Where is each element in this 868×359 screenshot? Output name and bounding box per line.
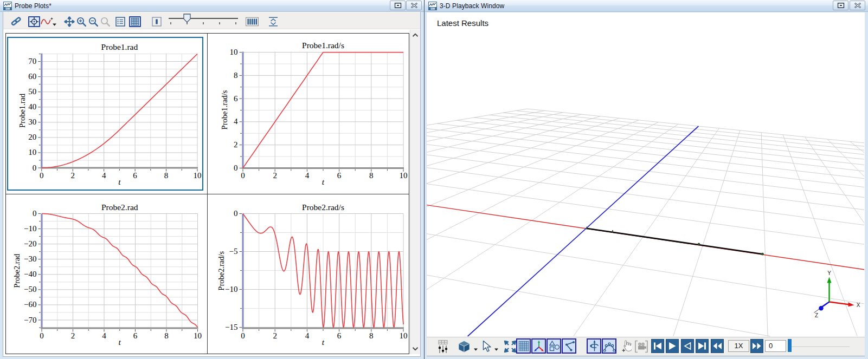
svg-text:Probe1.rad/s: Probe1.rad/s xyxy=(302,41,344,50)
toolbar-button-select-cursor[interactable] xyxy=(481,339,492,354)
toolbar-button-show-axes[interactable] xyxy=(531,338,546,354)
toolbar-button-fit-view[interactable] xyxy=(503,339,517,354)
toolbar-button-barcode[interactable] xyxy=(245,16,259,27)
svg-text:Probe1.rad/s: Probe1.rad/s xyxy=(220,90,229,129)
svg-text:−70: −70 xyxy=(24,316,36,324)
playback-speed-label[interactable]: 1X xyxy=(728,340,749,352)
toolbar-button-grab[interactable] xyxy=(620,339,633,354)
playback-time-field[interactable]: 0 xyxy=(765,340,786,352)
toolbar-button-show-geometry[interactable] xyxy=(546,338,561,354)
toolbar-button-orbit[interactable] xyxy=(587,338,601,354)
toolbar-button-track-cursor[interactable] xyxy=(28,16,40,27)
probe-plots-titlebar[interactable]: SIM Probe Plots* xyxy=(0,0,424,12)
playback-3d-viewport[interactable]: Latest Results YXZ xyxy=(427,12,865,337)
svg-text:50: 50 xyxy=(28,87,36,96)
svg-text:t: t xyxy=(322,337,325,347)
toolbar-button-view-cube[interactable] xyxy=(456,339,472,354)
svg-text:0: 0 xyxy=(241,331,245,340)
svg-text:2: 2 xyxy=(71,331,75,340)
close-button[interactable] xyxy=(406,1,422,10)
toolbar-button-show-grid[interactable] xyxy=(516,338,531,354)
svg-text:Y: Y xyxy=(827,270,831,276)
toolbar-slider[interactable] xyxy=(168,12,239,29)
playback-button-skip-start[interactable] xyxy=(651,339,664,353)
svg-text:10: 10 xyxy=(400,331,408,340)
window-frame xyxy=(865,12,868,359)
svg-text:0: 0 xyxy=(40,331,44,340)
toolbar-button-pan[interactable] xyxy=(63,16,75,27)
svg-text:10: 10 xyxy=(400,171,408,180)
svg-text:Probe2.rad/s: Probe2.rad/s xyxy=(302,203,344,212)
svg-text:t: t xyxy=(119,337,121,347)
svg-text:10: 10 xyxy=(194,331,202,340)
svg-text:4: 4 xyxy=(102,331,106,340)
svg-text:2: 2 xyxy=(273,171,277,180)
svg-text:Z: Z xyxy=(815,312,818,318)
scene-3d: YXZ xyxy=(427,12,865,337)
plot-probe2-rad[interactable]: 0246810−70−60−50−40−30−20−100Probe2.radt… xyxy=(6,194,207,354)
scroll-up-icon[interactable] xyxy=(410,31,420,40)
svg-text:8: 8 xyxy=(164,331,169,340)
svg-text:4: 4 xyxy=(102,171,106,180)
toolbar-button-probe-line[interactable] xyxy=(151,16,163,27)
svg-text:Probe2.rad: Probe2.rad xyxy=(101,203,138,212)
toolbar-button-fit-vertical[interactable] xyxy=(267,16,279,27)
svg-text:SIM: SIM xyxy=(5,8,10,10)
close-button[interactable] xyxy=(850,1,865,10)
plot-probe1-rad[interactable]: 0246810010203040506070Probe1.radtProbe1.… xyxy=(6,34,207,193)
svg-text:8: 8 xyxy=(369,331,374,340)
svg-text:−60: −60 xyxy=(24,300,36,309)
svg-text:Probe1.rad: Probe1.rad xyxy=(101,42,138,51)
svg-text:10: 10 xyxy=(230,48,238,56)
timeline-handle[interactable] xyxy=(788,339,792,352)
dropdown-arrow-icon[interactable] xyxy=(53,18,57,29)
toolbar-button-grid[interactable] xyxy=(129,16,141,27)
toolbar-button-zoom-window[interactable] xyxy=(99,16,111,27)
plot-probe1-rad-s[interactable]: 02468100246810Probe1.rad/stProbe1.rad/s xyxy=(207,34,408,193)
playback-button-step-back[interactable] xyxy=(711,339,724,353)
playback-titlebar[interactable]: SIM 3-D Playback Window xyxy=(425,0,868,12)
playback-button-fast-forward[interactable] xyxy=(750,339,763,353)
svg-text:−5: −5 xyxy=(229,247,238,256)
svg-text:6: 6 xyxy=(337,331,342,340)
toolbar-button-link[interactable] xyxy=(10,16,22,27)
svg-text:−50: −50 xyxy=(24,285,36,293)
svg-text:0: 0 xyxy=(40,171,44,180)
toolbar-button-zoom-in[interactable] xyxy=(75,16,87,27)
window-title: Probe Plots* xyxy=(15,2,52,10)
toolbar-button-camera-path[interactable] xyxy=(602,338,616,354)
probe-plots-window: SIM Probe Plots* 0246810010203040506070P… xyxy=(0,0,425,359)
svg-text:t: t xyxy=(322,177,325,186)
playback-button-skip-end[interactable] xyxy=(696,339,709,353)
svg-text:60: 60 xyxy=(28,72,36,81)
maximize-button[interactable] xyxy=(390,1,406,10)
svg-text:4: 4 xyxy=(305,171,310,180)
playback-button-play[interactable] xyxy=(666,339,679,353)
svg-text:−40: −40 xyxy=(24,270,36,278)
svg-text:−10: −10 xyxy=(225,285,237,293)
svg-text:−15: −15 xyxy=(225,323,237,331)
svg-text:8: 8 xyxy=(234,71,238,80)
latest-results-label: Latest Results xyxy=(437,18,488,28)
plot-probe2-rad-s[interactable]: 0246810−15−10−50Probe2.rad/stProbe2.rad/… xyxy=(207,194,408,354)
playback-3d-window: SIM 3-D Playback Window Latest Results Y… xyxy=(425,0,868,359)
dropdown-arrow-icon[interactable] xyxy=(494,343,499,354)
playback-timeline-slider[interactable] xyxy=(787,337,850,357)
toolbar-button-legend[interactable] xyxy=(114,16,127,27)
window-title: 3-D Playback Window xyxy=(440,2,504,10)
toolbar-button-zoom-out[interactable] xyxy=(87,16,99,27)
timeline-track[interactable] xyxy=(791,347,850,348)
toolbar-button-parameters[interactable] xyxy=(436,339,450,354)
scroll-down-icon[interactable] xyxy=(410,344,420,353)
svg-text:2: 2 xyxy=(273,331,277,340)
plot-scrollbar[interactable] xyxy=(410,30,420,354)
playback-button-play-reverse[interactable] xyxy=(681,339,694,353)
svg-text:0: 0 xyxy=(33,209,37,218)
toolbar-button-show-trace[interactable] xyxy=(562,338,576,354)
svg-text:0: 0 xyxy=(33,164,37,172)
svg-text:X: X xyxy=(857,302,860,308)
maximize-button[interactable] xyxy=(833,1,848,10)
toolbar-button-record[interactable] xyxy=(634,339,649,354)
svg-text:4: 4 xyxy=(234,117,238,126)
dropdown-arrow-icon[interactable] xyxy=(474,343,479,354)
